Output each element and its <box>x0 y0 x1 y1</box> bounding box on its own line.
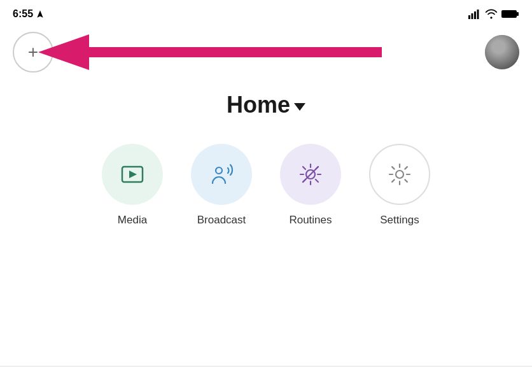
status-icons <box>468 9 519 19</box>
svg-rect-5 <box>517 12 519 16</box>
routines-label: Routines <box>289 214 332 227</box>
media-icon-circle <box>102 144 163 205</box>
location-icon <box>36 10 45 18</box>
settings-icon <box>386 160 414 188</box>
signal-icon <box>468 9 481 19</box>
wifi-icon <box>485 9 498 19</box>
svg-marker-8 <box>129 171 137 178</box>
avatar-image <box>485 35 519 69</box>
svg-rect-2 <box>474 11 476 19</box>
settings-icon-circle <box>369 144 430 205</box>
media-icon <box>120 162 145 187</box>
battery-icon <box>501 9 519 19</box>
add-button[interactable]: + <box>13 32 53 73</box>
svg-rect-1 <box>472 13 473 19</box>
svg-rect-0 <box>468 15 470 19</box>
settings-item[interactable]: Settings <box>361 144 438 227</box>
time-display: 6:55 <box>13 8 33 20</box>
routines-icon-circle <box>280 144 341 205</box>
settings-label: Settings <box>380 214 419 227</box>
status-bar: 6:55 <box>0 0 532 25</box>
svg-line-16 <box>316 179 318 182</box>
media-label: Media <box>118 214 147 227</box>
broadcast-icon <box>207 162 235 187</box>
svg-rect-3 <box>477 10 479 19</box>
bottom-divider <box>0 366 532 367</box>
routines-icon <box>297 160 325 188</box>
svg-point-9 <box>216 167 222 174</box>
chevron-down-icon <box>294 103 305 111</box>
header-area: + <box>0 25 532 79</box>
page-title-area: Home <box>0 79 532 144</box>
status-time: 6:55 <box>13 8 45 20</box>
media-item[interactable]: Media <box>94 144 171 227</box>
broadcast-item[interactable]: Broadcast <box>183 144 260 227</box>
broadcast-label: Broadcast <box>197 214 246 227</box>
page-title[interactable]: Home <box>227 92 305 118</box>
title-text: Home <box>227 92 290 118</box>
broadcast-icon-circle <box>191 144 252 205</box>
svg-rect-4 <box>501 10 517 18</box>
routines-item[interactable]: Routines <box>272 144 349 227</box>
svg-point-20 <box>396 171 403 178</box>
avatar[interactable] <box>485 35 519 69</box>
icon-grid: Media Broadcast <box>0 144 532 227</box>
svg-line-15 <box>303 167 305 169</box>
